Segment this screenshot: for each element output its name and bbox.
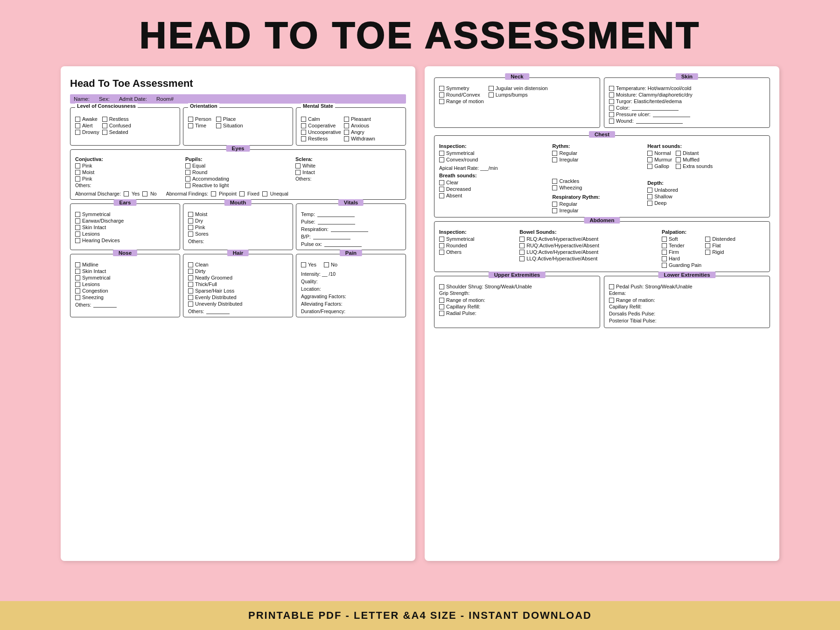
cb-confused[interactable]	[102, 123, 107, 128]
cb-sclera-white[interactable]	[295, 163, 301, 168]
cb-ue-shoulder[interactable]	[439, 284, 444, 289]
cb-nose-sym[interactable]	[75, 275, 80, 280]
cb-nose-skin[interactable]	[75, 269, 80, 274]
cb-palp-rigid[interactable]	[705, 250, 710, 255]
cb-pupils-reactive[interactable]	[185, 183, 190, 188]
cb-mouth-dry[interactable]	[188, 218, 193, 224]
cb-conj-pink1[interactable]	[75, 163, 80, 168]
cb-pupils-equal[interactable]	[185, 163, 190, 168]
cb-awake[interactable]	[75, 117, 80, 122]
cb-pain-yes[interactable]	[301, 262, 306, 267]
cb-skin-pressure[interactable]	[609, 112, 614, 117]
cb-chest-convex[interactable]	[439, 157, 444, 162]
cb-rlq[interactable]	[519, 237, 525, 242]
cb-hearing[interactable]	[75, 238, 80, 243]
cb-hair-sparse[interactable]	[188, 288, 193, 294]
cb-conj-pink2[interactable]	[75, 176, 80, 182]
cb-situation[interactable]	[216, 123, 221, 128]
cb-drowsy[interactable]	[75, 130, 80, 135]
cb-breath-decreased[interactable]	[439, 187, 444, 192]
cb-hair-unevenly[interactable]	[188, 301, 193, 307]
cb-skin-wound[interactable]	[609, 119, 614, 124]
cb-rythm-reg[interactable]	[552, 151, 557, 156]
cb-pinpoint[interactable]	[211, 191, 216, 196]
cb-ruq[interactable]	[519, 243, 525, 248]
cb-le-rom[interactable]	[609, 298, 614, 303]
cb-resp-reg[interactable]	[552, 202, 557, 207]
cb-jugular[interactable]	[489, 86, 494, 91]
cb-hair-groomed[interactable]	[188, 275, 193, 280]
cb-wheezing[interactable]	[552, 185, 557, 190]
cb-hair-evenly[interactable]	[188, 295, 193, 300]
cb-neck-sym[interactable]	[439, 86, 444, 91]
cb-palp-guarding[interactable]	[662, 263, 667, 268]
cb-sclera-intact[interactable]	[295, 170, 301, 175]
cb-skin-moist[interactable]	[609, 92, 614, 98]
cb-calm[interactable]	[301, 117, 306, 122]
cb-time[interactable]	[188, 123, 193, 128]
cb-angry[interactable]	[344, 130, 349, 135]
cb-discharge-yes[interactable]	[124, 191, 129, 196]
cb-hair-clean[interactable]	[188, 262, 193, 267]
cb-discharge-no[interactable]	[142, 191, 147, 196]
cb-uncooperative[interactable]	[301, 130, 306, 135]
cb-nose-midline[interactable]	[75, 262, 80, 267]
cb-heart-muffled[interactable]	[676, 157, 681, 162]
cb-conj-moist[interactable]	[75, 170, 80, 175]
cb-llq[interactable]	[519, 256, 525, 261]
cb-mouth-sores[interactable]	[188, 231, 193, 237]
cb-anxious[interactable]	[344, 123, 349, 128]
cb-heart-murmur[interactable]	[647, 157, 652, 162]
cb-palp-tender[interactable]	[662, 243, 667, 248]
cb-le-pedal[interactable]	[609, 284, 614, 289]
cb-luq[interactable]	[519, 250, 525, 255]
cb-breath-absent[interactable]	[439, 193, 444, 198]
cb-heart-distant[interactable]	[676, 151, 681, 156]
cb-alert[interactable]	[75, 123, 80, 128]
cb-shallow[interactable]	[647, 194, 652, 199]
cb-neck-round[interactable]	[439, 92, 444, 98]
cb-neck-rom[interactable]	[439, 99, 444, 104]
cb-pain-no[interactable]	[324, 262, 329, 267]
cb-palp-flat[interactable]	[705, 243, 710, 248]
cb-ue-cap-refill[interactable]	[439, 304, 444, 309]
cb-sedated[interactable]	[102, 130, 107, 135]
cb-rythm-irreg[interactable]	[552, 157, 557, 162]
cb-ears-lesions[interactable]	[75, 231, 80, 237]
cb-pupils-round[interactable]	[185, 170, 190, 175]
cb-ue-radial[interactable]	[439, 311, 444, 316]
cb-withdrawn[interactable]	[344, 136, 349, 141]
cb-heart-normal[interactable]	[647, 151, 652, 156]
cb-hair-dirty[interactable]	[188, 269, 193, 274]
cb-ms-restless[interactable]	[301, 136, 306, 141]
cb-nose-congestion[interactable]	[75, 288, 80, 294]
cb-abd-sym[interactable]	[439, 237, 444, 242]
cb-place[interactable]	[216, 117, 221, 122]
cb-person[interactable]	[188, 117, 193, 122]
cb-mouth-pink[interactable]	[188, 225, 193, 230]
cb-nose-sneezing[interactable]	[75, 295, 80, 300]
cb-crackles[interactable]	[552, 179, 557, 184]
cb-skin-temp[interactable]	[609, 86, 614, 91]
cb-ue-rom[interactable]	[439, 298, 444, 303]
cb-resp-irreg[interactable]	[552, 208, 557, 213]
cb-palp-hard[interactable]	[662, 256, 667, 261]
cb-palp-distended[interactable]	[705, 237, 710, 242]
cb-nose-lesions[interactable]	[75, 282, 80, 287]
cb-breath-clear[interactable]	[439, 180, 444, 185]
cb-deep[interactable]	[647, 201, 652, 206]
cb-lumps[interactable]	[489, 92, 494, 98]
cb-palp-soft[interactable]	[662, 237, 667, 242]
cb-skin-color[interactable]	[609, 105, 614, 111]
cb-ears-skin[interactable]	[75, 225, 80, 230]
cb-heart-extra[interactable]	[676, 164, 681, 169]
cb-palp-firm[interactable]	[662, 250, 667, 255]
cb-pupils-accommodating[interactable]	[185, 176, 190, 182]
cb-ears-sym[interactable]	[75, 212, 80, 217]
cb-fixed[interactable]	[239, 191, 245, 196]
cb-cooperative[interactable]	[301, 123, 306, 128]
cb-pleasant[interactable]	[344, 117, 349, 122]
cb-unequal[interactable]	[262, 191, 267, 196]
cb-restless[interactable]	[102, 117, 107, 122]
cb-chest-sym[interactable]	[439, 151, 444, 156]
